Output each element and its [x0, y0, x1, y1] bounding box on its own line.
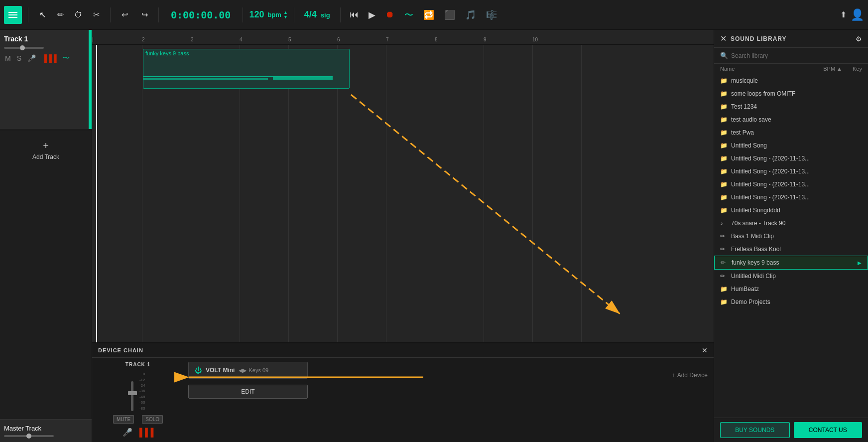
bottom-panel-close-button[interactable]: ✕	[702, 346, 708, 354]
library-search-input[interactable]	[731, 52, 862, 59]
device-item[interactable]: ⏻ VOLT Mini ◀▶ Keys 09	[188, 362, 308, 379]
folder-icon: 📁	[720, 168, 728, 175]
add-track-label: Add Track	[32, 153, 59, 160]
add-device-area: + Add Device	[666, 358, 714, 442]
master-track-header: Master Track	[0, 419, 92, 442]
divider-5	[294, 7, 294, 22]
track1-name: Track 1	[4, 35, 88, 43]
track1-volume-slider[interactable]	[4, 47, 44, 49]
bottom-panel: DEVICE CHAIN ✕ TRACK 1 0 -12 -	[92, 342, 714, 442]
track1-mute-btn[interactable]: M	[4, 53, 12, 63]
library-item-10[interactable]: 📁Untitled Songdddd	[714, 204, 868, 217]
playhead	[96, 45, 97, 342]
add-track-button[interactable]: + Add Track	[0, 130, 92, 170]
time-display: 0:00:00.00	[165, 9, 237, 21]
profile-button[interactable]: 👤	[851, 8, 864, 21]
track1-clip[interactable]: funky keys 9 bass	[143, 49, 350, 89]
contact-us-button[interactable]: CONTACT US	[794, 422, 863, 438]
menu-button[interactable]	[4, 6, 22, 24]
item-name: funky keys 9 bass	[732, 259, 855, 266]
library-item-13[interactable]: ✏Fretless Bass Kool	[714, 243, 868, 256]
share-button[interactable]: ⬆	[840, 10, 847, 19]
item-name: Demo Projects	[731, 298, 862, 305]
eq-button[interactable]: ▐▐▐	[136, 428, 153, 437]
metronome-button[interactable]: 🎼	[483, 7, 500, 22]
track1-audio-btn[interactable]: ▐▐▐	[41, 53, 58, 63]
folder-icon: 📁	[720, 298, 728, 305]
library-item-14[interactable]: ✏funky keys 9 bass▶	[714, 256, 868, 270]
folder-icon: 📁	[720, 207, 728, 214]
device-edit-button[interactable]: EDIT	[188, 385, 308, 399]
folder-icon: 📁	[720, 116, 728, 123]
automation-button[interactable]: 〜	[401, 7, 416, 23]
library-item-9[interactable]: 📁Untitled Song - (2020-11-13...	[714, 191, 868, 204]
mixer-fader[interactable]	[131, 381, 133, 411]
library-item-17[interactable]: 📁Demo Projects	[714, 295, 868, 308]
item-name: HumBeatz	[731, 286, 862, 293]
library-item-4[interactable]: 📁test Pwa	[714, 126, 868, 139]
record-button[interactable]: ⏺	[382, 7, 397, 22]
library-columns: Name BPM ▲ Key	[714, 64, 868, 74]
add-track-icon: +	[43, 140, 49, 151]
track1-auto-btn[interactable]: 〜	[62, 53, 71, 64]
play-item-button[interactable]: ▶	[858, 260, 862, 266]
library-item-6[interactable]: 📁Untitled Song - (2020-11-13...	[714, 152, 868, 165]
library-item-12[interactable]: ✏Bass 1 Midi Clip	[714, 230, 868, 243]
col-key-header: Key	[842, 66, 862, 72]
library-item-2[interactable]: 📁Test 1234	[714, 100, 868, 113]
mute-button[interactable]: MUTE	[113, 415, 134, 424]
bottom-panel-header: DEVICE CHAIN ✕	[92, 343, 714, 358]
library-item-11[interactable]: ♪70s snare - Track 90	[714, 217, 868, 230]
track1-header: Track 1 M S 🎤 ▐▐▐ 〜	[0, 30, 92, 130]
item-name: Untitled Midi Clip	[731, 273, 862, 280]
library-item-0[interactable]: 📁musicquie	[714, 74, 868, 87]
tool-group-select: ↖ ✏ ⏱ ✂	[34, 7, 104, 23]
buy-sounds-button[interactable]: BUY SOUNDS	[720, 422, 790, 438]
library-settings-button[interactable]: ⚙	[856, 35, 862, 43]
library-item-15[interactable]: ✏Untitled Midi Clip	[714, 270, 868, 283]
library-item-8[interactable]: 📁Untitled Song - (2020-11-13...	[714, 178, 868, 191]
ruler-m3: 3	[191, 37, 194, 42]
export-button[interactable]: ⬛	[441, 7, 458, 22]
folder-icon: 📁	[720, 286, 728, 293]
library-item-7[interactable]: 📁Untitled Song - (2020-11-13...	[714, 165, 868, 178]
loop-button[interactable]: 🔁	[420, 7, 437, 22]
track1-solo-btn[interactable]: S	[16, 53, 22, 63]
folder-icon: 📁	[720, 155, 728, 162]
ruler-m8: 8	[435, 37, 438, 42]
ruler-playhead-marker: |	[92, 37, 94, 42]
play-button[interactable]: ▶	[366, 7, 378, 22]
solo-button[interactable]: SOLO	[142, 415, 163, 424]
timeline-tracks[interactable]: funky keys 9 bass	[92, 45, 714, 342]
midi-icon: ✏	[720, 273, 728, 280]
device-power-icon[interactable]: ⏻	[195, 366, 202, 374]
master-volume-slider[interactable]	[4, 435, 54, 437]
bottom-panel-title: DEVICE CHAIN	[98, 347, 702, 353]
midi-button[interactable]: 🎵	[462, 7, 479, 22]
library-item-5[interactable]: 📁Untitled Song	[714, 139, 868, 152]
library-list: 📁musicquie📁some loops from OMITF📁Test 12…	[714, 74, 868, 418]
bpm-down-button[interactable]: ▼	[283, 15, 288, 19]
library-item-16[interactable]: 📁HumBeatz	[714, 283, 868, 295]
record-arm-button[interactable]: 🎤	[123, 428, 132, 437]
audio-icon: ♪	[720, 220, 728, 227]
library-item-3[interactable]: 📁test audio save	[714, 113, 868, 126]
redo-button[interactable]: ↪	[136, 7, 152, 23]
track1-record-btn[interactable]: 🎤	[26, 53, 37, 63]
item-name: 70s snare - Track 90	[731, 220, 862, 227]
library-item-1[interactable]: 📁some loops from OMITF	[714, 87, 868, 100]
grid-line-11	[581, 45, 582, 342]
select-tool-button[interactable]: ↖	[34, 7, 50, 23]
skip-back-button[interactable]: ⏮	[347, 7, 362, 22]
item-name: Untitled Song - (2020-11-13...	[731, 155, 862, 162]
scissors-tool-button[interactable]: ✂	[88, 7, 104, 23]
library-close-button[interactable]: ✕	[720, 34, 727, 43]
add-device-label: Add Device	[677, 372, 708, 379]
pencil-tool-button[interactable]: ✏	[52, 7, 68, 23]
grid-line-5	[288, 45, 289, 342]
add-device-button[interactable]: + Add Device	[666, 368, 714, 383]
undo-button[interactable]: ↩	[117, 7, 132, 23]
item-name: Untitled Song - (2020-11-13...	[731, 181, 862, 188]
divider-3	[158, 7, 159, 22]
clock-tool-button[interactable]: ⏱	[70, 7, 86, 23]
